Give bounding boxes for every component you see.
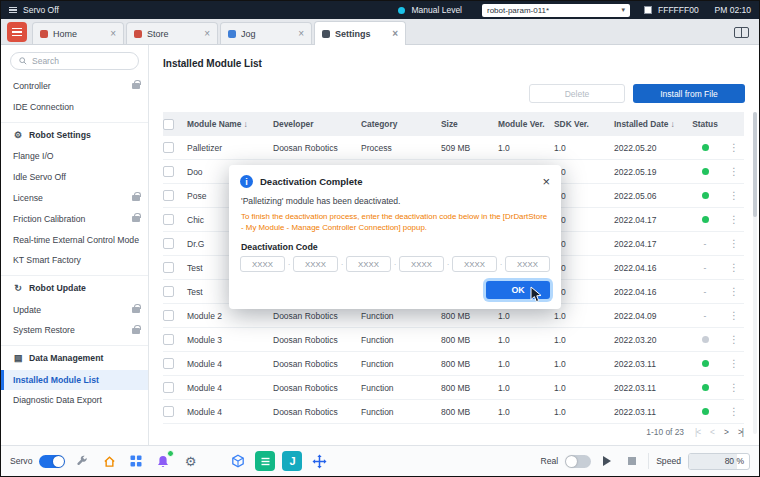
deactivation-code-box[interactable]: XXXX bbox=[452, 256, 497, 272]
tab-store[interactable]: Store× bbox=[126, 22, 218, 44]
tab-close-icon[interactable]: × bbox=[392, 29, 398, 39]
row-menu-icon[interactable]: ⋮ bbox=[729, 310, 739, 321]
next-page-button[interactable]: > bbox=[724, 427, 728, 437]
parameter-dropdown[interactable]: robot-param-011* ▾ bbox=[482, 4, 630, 17]
status-menu-icon[interactable] bbox=[9, 7, 17, 14]
play-button[interactable] bbox=[598, 452, 616, 470]
tab-settings[interactable]: Settings× bbox=[314, 21, 406, 45]
scrollbar-thumb[interactable] bbox=[753, 112, 757, 217]
sidebar-item-kt-smart-factory[interactable]: KT Smart Factory bbox=[1, 250, 148, 271]
row-menu-icon[interactable]: ⋮ bbox=[729, 334, 739, 345]
delete-button[interactable]: Delete bbox=[529, 84, 625, 103]
split-view-icon[interactable] bbox=[734, 27, 749, 38]
sidebar-item-installed-module-list[interactable]: Installed Module List bbox=[1, 370, 148, 391]
column-header-module-name[interactable]: Module Name↓ bbox=[187, 119, 273, 129]
cell-category: Function bbox=[361, 335, 441, 345]
notifications-button[interactable] bbox=[153, 451, 173, 471]
apps-button[interactable] bbox=[126, 451, 146, 471]
sidebar-item-friction-calibration[interactable]: Friction Calibration bbox=[1, 209, 148, 230]
row-checkbox[interactable] bbox=[163, 286, 174, 297]
row-menu-icon[interactable]: ⋮ bbox=[729, 358, 739, 369]
sidebar-item-update[interactable]: Update bbox=[1, 300, 148, 321]
row-checkbox[interactable] bbox=[163, 382, 174, 393]
row-checkbox[interactable] bbox=[163, 142, 174, 153]
home-button[interactable] bbox=[99, 451, 119, 471]
tool-settings-button[interactable] bbox=[72, 451, 92, 471]
row-checkbox[interactable] bbox=[163, 334, 174, 345]
tab-jog[interactable]: Jog× bbox=[220, 22, 312, 44]
column-header-status[interactable]: Status bbox=[686, 119, 724, 129]
tab-close-icon[interactable]: × bbox=[110, 29, 116, 39]
sort-desc-icon[interactable]: ↓ bbox=[670, 119, 674, 129]
sidebar-item-ide-connection[interactable]: IDE Connection bbox=[1, 97, 148, 118]
deactivation-code-box[interactable]: XXXX bbox=[399, 256, 444, 272]
tab-home[interactable]: Home× bbox=[32, 22, 124, 44]
sidebar-item-controller[interactable]: Controller bbox=[1, 76, 148, 97]
column-header-installed-date[interactable]: Installed Date↓ bbox=[614, 119, 686, 129]
tab-close-icon[interactable]: × bbox=[298, 29, 304, 39]
sidebar-item-label: System Restore bbox=[13, 325, 128, 336]
real-mode-toggle[interactable] bbox=[565, 455, 591, 468]
row-checkbox[interactable] bbox=[163, 262, 174, 273]
sidebar-item-system-restore[interactable]: System Restore bbox=[1, 320, 148, 341]
sidebar-item-license[interactable]: License bbox=[1, 188, 148, 209]
row-checkbox[interactable] bbox=[163, 166, 174, 177]
row-menu-icon[interactable]: ⋮ bbox=[729, 382, 739, 393]
sort-desc-icon[interactable]: ↓ bbox=[243, 119, 247, 129]
row-checkbox[interactable] bbox=[163, 406, 174, 417]
table-row[interactable]: Module 4Doosan RoboticsFunction800 MB1.0… bbox=[163, 376, 744, 400]
speed-slider[interactable]: 80 % bbox=[688, 453, 750, 470]
row-menu-icon[interactable]: ⋮ bbox=[729, 238, 739, 249]
row-checkbox[interactable] bbox=[163, 358, 174, 369]
cell-category: Function bbox=[361, 359, 441, 369]
row-menu-icon[interactable]: ⋮ bbox=[729, 142, 739, 153]
table-row[interactable]: Module 3Doosan RoboticsFunction800 MB1.0… bbox=[163, 328, 744, 352]
column-header-size[interactable]: Size bbox=[441, 119, 498, 129]
search-input[interactable]: Search bbox=[10, 52, 139, 70]
sidebar-item-robot-settings[interactable]: ⚙Robot Settings bbox=[1, 122, 148, 146]
sidebar-item-diagnostic-data-export[interactable]: Diagnostic Data Export bbox=[1, 390, 148, 411]
servo-toggle[interactable] bbox=[39, 455, 65, 468]
deactivation-code-box[interactable]: XXXX bbox=[505, 256, 550, 272]
row-checkbox[interactable] bbox=[163, 190, 174, 201]
column-header-developer[interactable]: Developer bbox=[273, 119, 361, 129]
table-row[interactable]: PalletizerDoosan RoboticsProcess509 MB1.… bbox=[163, 136, 744, 160]
cell-status bbox=[686, 143, 724, 153]
row-menu-icon[interactable]: ⋮ bbox=[729, 214, 739, 225]
column-header-sdk-ver[interactable]: SDK Ver. bbox=[554, 119, 614, 129]
move-button[interactable] bbox=[309, 451, 329, 471]
row-checkbox[interactable] bbox=[163, 238, 174, 249]
close-icon[interactable]: × bbox=[542, 175, 550, 188]
row-checkbox[interactable] bbox=[163, 214, 174, 225]
table-row[interactable]: Module 4Doosan RoboticsFunction800 MB1.0… bbox=[163, 352, 744, 376]
row-menu-icon[interactable]: ⋮ bbox=[729, 166, 739, 177]
select-all-checkbox[interactable] bbox=[163, 119, 174, 130]
sidebar-item-flange-i-o[interactable]: Flange I/O bbox=[1, 146, 148, 167]
scrollbar-track[interactable] bbox=[753, 112, 757, 434]
install-from-file-button[interactable]: Install from File bbox=[633, 84, 745, 103]
task-list-button[interactable] bbox=[255, 451, 275, 471]
stop-button[interactable] bbox=[623, 452, 641, 470]
main-menu-button[interactable] bbox=[7, 22, 27, 42]
deactivation-code-box[interactable]: XXXX bbox=[346, 256, 391, 272]
row-menu-icon[interactable]: ⋮ bbox=[729, 286, 739, 297]
row-menu-icon[interactable]: ⋮ bbox=[729, 406, 739, 417]
column-header-module-ver[interactable]: Module Ver. bbox=[498, 119, 554, 129]
sidebar-item-data-management[interactable]: ▤Data Management bbox=[1, 345, 148, 369]
tab-close-icon[interactable]: × bbox=[204, 29, 210, 39]
cell-sdk-ver: 1.0 bbox=[554, 263, 614, 273]
row-menu-icon[interactable]: ⋮ bbox=[729, 262, 739, 273]
workcell-button[interactable] bbox=[228, 451, 248, 471]
last-page-button[interactable]: >| bbox=[738, 427, 743, 437]
jog-button[interactable]: J bbox=[282, 451, 302, 471]
row-menu-icon[interactable]: ⋮ bbox=[729, 190, 739, 201]
table-row[interactable]: Module 4Doosan RoboticsFunction800 MB1.0… bbox=[163, 400, 744, 424]
sidebar-item-real-time-external-control-mode[interactable]: Real-time External Control Mode bbox=[1, 230, 148, 251]
system-settings-button[interactable]: ⚙ bbox=[180, 451, 200, 471]
deactivation-code-box[interactable]: XXXX bbox=[240, 256, 285, 272]
column-header-category[interactable]: Category bbox=[361, 119, 441, 129]
sidebar-item-idle-servo-off[interactable]: Idle Servo Off bbox=[1, 167, 148, 188]
sidebar-item-robot-update[interactable]: ↻Robot Update bbox=[1, 275, 148, 299]
row-checkbox[interactable] bbox=[163, 310, 174, 321]
deactivation-code-box[interactable]: XXXX bbox=[293, 256, 338, 272]
